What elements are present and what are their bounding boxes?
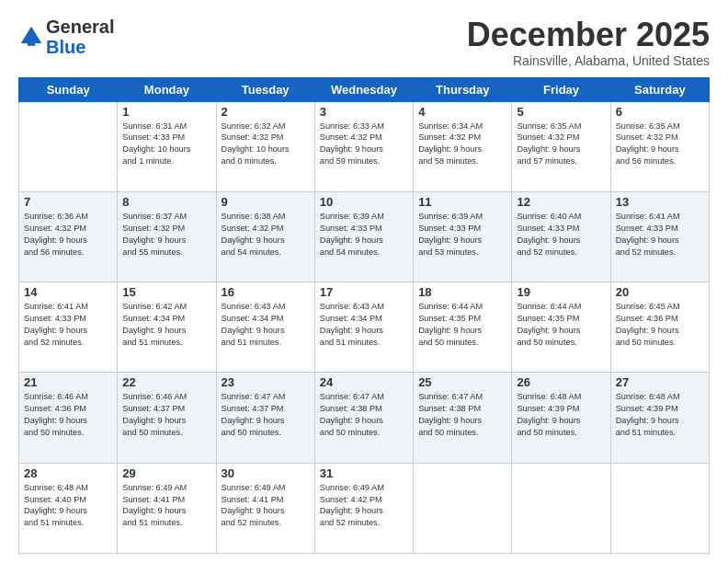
day-number: 2 bbox=[222, 105, 310, 119]
day-info: Sunrise: 6:44 AMSunset: 4:35 PMDaylight:… bbox=[517, 301, 605, 349]
calendar-week-5: 28Sunrise: 6:48 AMSunset: 4:40 PMDayligh… bbox=[19, 463, 710, 553]
calendar-cell: 25Sunrise: 6:47 AMSunset: 4:38 PMDayligh… bbox=[414, 373, 512, 463]
calendar-cell: 9Sunrise: 6:38 AMSunset: 4:32 PMDaylight… bbox=[216, 191, 314, 282]
day-number: 4 bbox=[418, 105, 506, 119]
header: General Blue December 2025 Rainsville, A… bbox=[18, 17, 710, 68]
calendar-cell: 18Sunrise: 6:44 AMSunset: 4:35 PMDayligh… bbox=[414, 282, 512, 373]
calendar-week-2: 7Sunrise: 6:36 AMSunset: 4:32 PMDaylight… bbox=[19, 191, 710, 282]
day-info: Sunrise: 6:39 AMSunset: 4:33 PMDaylight:… bbox=[418, 211, 506, 259]
day-number: 3 bbox=[320, 105, 408, 119]
day-info: Sunrise: 6:48 AMSunset: 4:39 PMDaylight:… bbox=[616, 391, 704, 439]
calendar-cell: 23Sunrise: 6:47 AMSunset: 4:37 PMDayligh… bbox=[216, 373, 314, 463]
day-number: 25 bbox=[418, 375, 506, 389]
day-info: Sunrise: 6:39 AMSunset: 4:33 PMDaylight:… bbox=[320, 211, 408, 259]
month-title: December 2025 bbox=[467, 17, 710, 53]
day-number: 18 bbox=[418, 285, 506, 299]
calendar-cell: 15Sunrise: 6:42 AMSunset: 4:34 PMDayligh… bbox=[118, 282, 216, 373]
calendar-cell: 22Sunrise: 6:46 AMSunset: 4:37 PMDayligh… bbox=[118, 373, 216, 463]
day-number: 5 bbox=[517, 105, 605, 119]
day-info: Sunrise: 6:44 AMSunset: 4:35 PMDaylight:… bbox=[418, 301, 506, 349]
calendar-cell: 11Sunrise: 6:39 AMSunset: 4:33 PMDayligh… bbox=[414, 191, 512, 282]
calendar-cell: 2Sunrise: 6:32 AMSunset: 4:32 PMDaylight… bbox=[216, 101, 314, 191]
day-info: Sunrise: 6:33 AMSunset: 4:32 PMDaylight:… bbox=[320, 121, 408, 168]
calendar-cell: 24Sunrise: 6:47 AMSunset: 4:38 PMDayligh… bbox=[314, 373, 413, 463]
calendar-cell: 3Sunrise: 6:33 AMSunset: 4:32 PMDaylight… bbox=[314, 101, 413, 191]
day-number: 23 bbox=[222, 375, 310, 389]
day-number: 16 bbox=[222, 285, 310, 299]
day-info: Sunrise: 6:41 AMSunset: 4:33 PMDaylight:… bbox=[24, 301, 112, 349]
calendar-week-4: 21Sunrise: 6:46 AMSunset: 4:36 PMDayligh… bbox=[19, 373, 710, 463]
logo-icon bbox=[18, 24, 44, 50]
day-info: Sunrise: 6:49 AMSunset: 4:41 PMDaylight:… bbox=[222, 482, 310, 530]
day-number: 7 bbox=[24, 195, 112, 209]
day-number: 8 bbox=[122, 195, 210, 209]
day-info: Sunrise: 6:37 AMSunset: 4:32 PMDaylight:… bbox=[122, 211, 210, 259]
logo-blue-text: Blue bbox=[46, 37, 85, 57]
day-info: Sunrise: 6:49 AMSunset: 4:42 PMDaylight:… bbox=[320, 482, 408, 530]
calendar-header-saturday: Saturday bbox=[610, 77, 709, 101]
day-number: 1 bbox=[122, 105, 210, 119]
day-info: Sunrise: 6:47 AMSunset: 4:38 PMDaylight:… bbox=[320, 391, 408, 439]
title-block: December 2025 Rainsville, Alabama, Unite… bbox=[467, 17, 710, 68]
day-info: Sunrise: 6:43 AMSunset: 4:34 PMDaylight:… bbox=[320, 301, 408, 349]
day-info: Sunrise: 6:48 AMSunset: 4:40 PMDaylight:… bbox=[24, 482, 112, 530]
calendar-cell: 6Sunrise: 6:35 AMSunset: 4:32 PMDaylight… bbox=[610, 101, 709, 191]
calendar-cell bbox=[414, 463, 512, 553]
day-info: Sunrise: 6:38 AMSunset: 4:32 PMDaylight:… bbox=[222, 211, 310, 259]
day-number: 20 bbox=[616, 285, 704, 299]
svg-rect-1 bbox=[28, 42, 35, 46]
day-info: Sunrise: 6:32 AMSunset: 4:32 PMDaylight:… bbox=[222, 121, 310, 168]
calendar-cell: 28Sunrise: 6:48 AMSunset: 4:40 PMDayligh… bbox=[19, 463, 118, 553]
day-number: 31 bbox=[320, 466, 408, 480]
calendar-header-thursday: Thursday bbox=[414, 77, 512, 101]
day-info: Sunrise: 6:35 AMSunset: 4:32 PMDaylight:… bbox=[517, 121, 605, 168]
calendar-cell: 16Sunrise: 6:43 AMSunset: 4:34 PMDayligh… bbox=[216, 282, 314, 373]
calendar-cell: 14Sunrise: 6:41 AMSunset: 4:33 PMDayligh… bbox=[19, 282, 118, 373]
day-number: 29 bbox=[122, 466, 210, 480]
day-info: Sunrise: 6:48 AMSunset: 4:39 PMDaylight:… bbox=[517, 391, 605, 439]
day-info: Sunrise: 6:41 AMSunset: 4:33 PMDaylight:… bbox=[616, 211, 704, 259]
calendar-cell: 17Sunrise: 6:43 AMSunset: 4:34 PMDayligh… bbox=[314, 282, 413, 373]
day-number: 26 bbox=[517, 375, 605, 389]
calendar-cell: 13Sunrise: 6:41 AMSunset: 4:33 PMDayligh… bbox=[610, 191, 709, 282]
calendar-cell: 7Sunrise: 6:36 AMSunset: 4:32 PMDaylight… bbox=[19, 191, 118, 282]
calendar-cell: 19Sunrise: 6:44 AMSunset: 4:35 PMDayligh… bbox=[512, 282, 610, 373]
logo-general-text: General bbox=[46, 17, 114, 37]
day-info: Sunrise: 6:36 AMSunset: 4:32 PMDaylight:… bbox=[24, 211, 112, 259]
day-number: 11 bbox=[418, 195, 506, 209]
day-info: Sunrise: 6:35 AMSunset: 4:32 PMDaylight:… bbox=[616, 121, 704, 168]
day-info: Sunrise: 6:47 AMSunset: 4:37 PMDaylight:… bbox=[222, 391, 310, 439]
day-info: Sunrise: 6:43 AMSunset: 4:34 PMDaylight:… bbox=[222, 301, 310, 349]
calendar-week-1: 1Sunrise: 6:31 AMSunset: 4:33 PMDaylight… bbox=[19, 101, 710, 191]
day-info: Sunrise: 6:42 AMSunset: 4:34 PMDaylight:… bbox=[122, 301, 210, 349]
page: General Blue December 2025 Rainsville, A… bbox=[0, 0, 728, 563]
day-number: 28 bbox=[24, 466, 112, 480]
day-info: Sunrise: 6:46 AMSunset: 4:36 PMDaylight:… bbox=[24, 391, 112, 439]
calendar-cell bbox=[19, 101, 118, 191]
location: Rainsville, Alabama, United States bbox=[467, 53, 710, 68]
calendar-cell: 21Sunrise: 6:46 AMSunset: 4:36 PMDayligh… bbox=[19, 373, 118, 463]
day-info: Sunrise: 6:31 AMSunset: 4:33 PMDaylight:… bbox=[122, 121, 210, 168]
day-info: Sunrise: 6:45 AMSunset: 4:36 PMDaylight:… bbox=[616, 301, 704, 349]
day-info: Sunrise: 6:47 AMSunset: 4:38 PMDaylight:… bbox=[418, 391, 506, 439]
calendar-cell: 29Sunrise: 6:49 AMSunset: 4:41 PMDayligh… bbox=[118, 463, 216, 553]
calendar-cell: 5Sunrise: 6:35 AMSunset: 4:32 PMDaylight… bbox=[512, 101, 610, 191]
day-number: 22 bbox=[122, 375, 210, 389]
day-number: 9 bbox=[222, 195, 310, 209]
calendar-header-sunday: Sunday bbox=[19, 77, 118, 101]
calendar-cell: 1Sunrise: 6:31 AMSunset: 4:33 PMDaylight… bbox=[118, 101, 216, 191]
calendar-cell: 20Sunrise: 6:45 AMSunset: 4:36 PMDayligh… bbox=[610, 282, 709, 373]
calendar-table: SundayMondayTuesdayWednesdayThursdayFrid… bbox=[18, 77, 710, 554]
day-number: 19 bbox=[517, 285, 605, 299]
day-number: 30 bbox=[222, 466, 310, 480]
calendar-cell bbox=[610, 463, 709, 553]
calendar-header-tuesday: Tuesday bbox=[216, 77, 314, 101]
calendar-cell: 10Sunrise: 6:39 AMSunset: 4:33 PMDayligh… bbox=[314, 191, 413, 282]
calendar-cell: 26Sunrise: 6:48 AMSunset: 4:39 PMDayligh… bbox=[512, 373, 610, 463]
calendar-header-wednesday: Wednesday bbox=[314, 77, 413, 101]
svg-marker-0 bbox=[21, 27, 41, 43]
day-number: 10 bbox=[320, 195, 408, 209]
logo: General Blue bbox=[18, 17, 114, 57]
calendar-cell: 30Sunrise: 6:49 AMSunset: 4:41 PMDayligh… bbox=[216, 463, 314, 553]
calendar-cell: 4Sunrise: 6:34 AMSunset: 4:32 PMDaylight… bbox=[414, 101, 512, 191]
